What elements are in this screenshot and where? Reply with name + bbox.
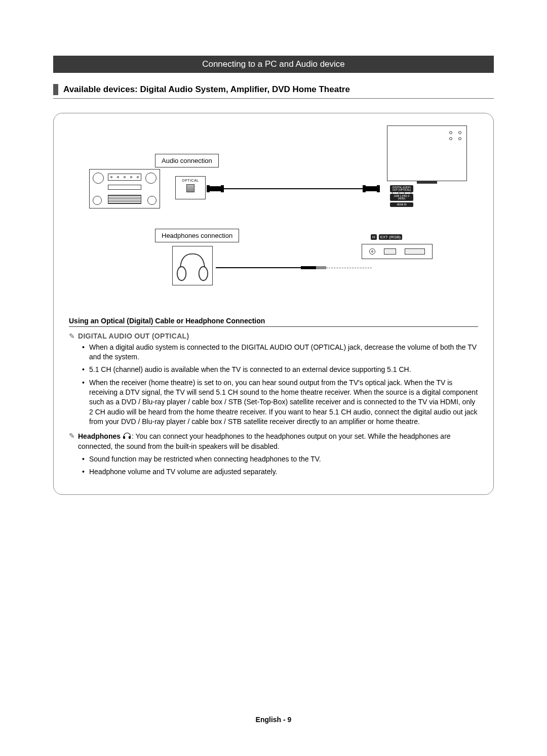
svg-point-0 <box>177 267 186 280</box>
bullet-item: 5.1 CH (channel) audio is available when… <box>89 365 478 374</box>
bullet-item: When the receiver (home theatre) is set … <box>89 378 478 427</box>
audio-system-icon <box>89 169 160 208</box>
hand-icon: ✎ <box>69 332 75 341</box>
optical-cable-icon <box>210 186 377 191</box>
bullet-item: When a digital audio system is connected… <box>89 343 478 362</box>
note-headphones: ✎ Headphones : You can connect your head… <box>69 432 478 451</box>
section-title: Using an Optical (Digital) Cable or Head… <box>69 317 478 327</box>
bullet-item: Headphone volume and TV volume are adjus… <box>89 467 478 477</box>
subheading-row: Available devices: Digital Audio System,… <box>53 84 494 99</box>
page-footer: English - 9 <box>0 716 547 724</box>
headphones-bold: Headphones <box>78 432 121 440</box>
headphones-connection-label: Headphones connection <box>155 229 239 242</box>
accent-bar <box>53 84 58 95</box>
port-label-hdmi: HDMI IN <box>390 202 413 207</box>
bullets-headphones: Sound function may be restricted when co… <box>69 454 478 477</box>
headphones-note-text: : You can connect your headphones to the… <box>78 432 451 450</box>
hand-icon: ✎ <box>69 432 75 440</box>
bottom-panel-port-labels: H EXT (RGB) <box>371 234 402 240</box>
svg-point-1 <box>199 267 208 280</box>
audio-connection-label: Audio connection <box>155 154 219 167</box>
optical-module-icon: OPTICAL <box>175 176 206 199</box>
page-title-bar: Connecting to a PC and Audio device <box>53 56 494 73</box>
bullets-digital-audio: When a digital audio system is connected… <box>69 343 478 427</box>
headphones-icon <box>172 246 213 285</box>
optical-module-label: OPTICAL <box>176 179 205 182</box>
headphone-cable-icon <box>216 266 372 269</box>
tv-back-panel-icon <box>387 125 467 181</box>
diagram-container: Audio connection Headphones connection D… <box>53 113 494 495</box>
subheading-text: Available devices: Digital Audio System,… <box>63 85 350 95</box>
note1-label: DIGITAL AUDIO OUT (OPTICAL) <box>78 332 189 340</box>
headphones-glyph-icon <box>124 433 131 439</box>
bullet-item: Sound function may be restricted when co… <box>89 454 478 464</box>
tv-port-labels: DIGITAL AUDIO OUT (OPTICAL) USB 1 (HD) 2… <box>390 185 413 207</box>
note-digital-audio: ✎ DIGITAL AUDIO OUT (OPTICAL) <box>69 332 478 341</box>
tv-side-panel-icon <box>362 244 433 259</box>
port-label-optical: DIGITAL AUDIO OUT (OPTICAL) <box>390 185 413 192</box>
diagram-area: Audio connection Headphones connection D… <box>69 125 478 303</box>
port-label-usb: USB 1 (HD) 2 (HDD) <box>390 194 413 201</box>
